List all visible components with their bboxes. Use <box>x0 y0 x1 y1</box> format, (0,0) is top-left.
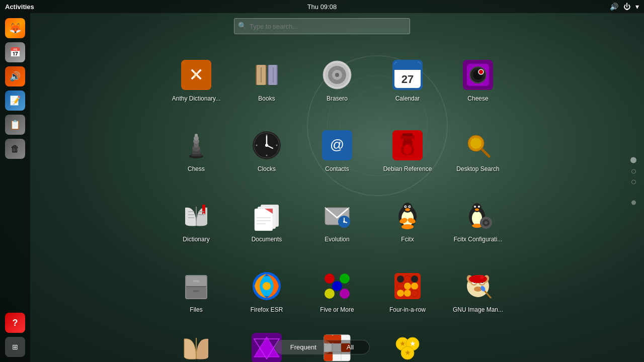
clocks-label: Clocks <box>258 165 276 172</box>
svg-point-125 <box>397 276 404 283</box>
books-label: Books <box>258 95 275 102</box>
desktop-search-icon <box>463 130 493 160</box>
app-books[interactable]: Books <box>231 45 302 116</box>
app-fcitx[interactable]: Fcitx <box>372 186 443 256</box>
app-calendar[interactable]: 27 Calendar <box>372 45 443 116</box>
sidebar-item-files[interactable]: 📋 <box>5 115 25 135</box>
svg-point-79 <box>343 221 345 223</box>
trash-icon: 🗑 <box>11 144 20 154</box>
app-brasero[interactable]: Brasero <box>302 45 372 116</box>
contacts-label: Contacts <box>325 165 349 172</box>
sidebar-item-writer[interactable]: 📝 <box>5 90 25 111</box>
contacts-icon: @ <box>322 130 352 160</box>
sidebar-item-apps[interactable]: ⊞ <box>5 337 25 357</box>
svg-point-119 <box>340 274 350 284</box>
app-gnu-image-man[interactable]: GNU Image Man... <box>443 256 513 327</box>
svg-point-16 <box>335 73 339 77</box>
app-contacts[interactable]: @ Contacts <box>302 116 372 186</box>
dot-4[interactable] <box>631 201 636 205</box>
svg-point-41 <box>265 144 268 147</box>
svg-point-118 <box>325 274 335 284</box>
svg-point-128 <box>397 283 404 290</box>
app-files[interactable]: Files <box>161 256 231 327</box>
mail-icon: 📅 <box>10 47 21 58</box>
search-icon: 🔍 <box>238 22 247 30</box>
sidebar-item-sound[interactable]: 🔊 <box>5 66 25 86</box>
app-chess[interactable]: Chess <box>161 116 231 186</box>
documents-icon <box>252 201 282 231</box>
svg-point-97 <box>478 206 480 208</box>
dictionary-label: Dictionary <box>183 236 209 243</box>
tab-frequent[interactable]: Frequent <box>275 340 332 354</box>
activities-label[interactable]: Activities <box>5 3 34 11</box>
svg-rect-111 <box>193 280 199 282</box>
sidebar-item-trash[interactable]: 🗑 <box>5 139 25 159</box>
app-debian-reference[interactable]: Debian Reference <box>372 116 443 186</box>
anthy-dictionary-icon: ✕ K <box>181 60 211 90</box>
fcitx-icon <box>392 201 423 231</box>
svg-text:★: ★ <box>410 339 416 347</box>
svg-point-88 <box>405 206 406 207</box>
app-four-in-a-row[interactable]: Four-in-a-row <box>372 256 443 327</box>
calendar-label: Calendar <box>395 95 420 102</box>
svg-point-91 <box>401 224 414 229</box>
gnu-image-man-icon <box>463 271 493 301</box>
firefox-esr-label: Firefox ESR <box>251 306 283 313</box>
svg-rect-104 <box>485 227 487 229</box>
search-input[interactable] <box>234 18 410 34</box>
svg-point-132 <box>404 290 411 297</box>
dot-3[interactable] <box>631 180 636 185</box>
five-or-more-label: Five or More <box>320 306 354 313</box>
svg-rect-112 <box>193 290 199 292</box>
svg-rect-21 <box>394 67 421 70</box>
help-icon: ? <box>13 318 18 328</box>
four-in-a-row-icon <box>392 271 423 301</box>
app-five-or-more[interactable]: Five or More <box>302 256 372 327</box>
svg-text:★: ★ <box>405 348 411 356</box>
four-in-a-row-label: Four-in-a-row <box>389 306 426 313</box>
dot-1[interactable] <box>630 157 636 163</box>
clocks-icon <box>252 130 282 160</box>
svg-point-116 <box>263 282 271 290</box>
brasero-label: Brasero <box>327 95 348 102</box>
app-firefox-esr[interactable]: Firefox ESR <box>231 256 302 327</box>
app-goldendict[interactable]: GoldenDict <box>161 327 231 362</box>
svg-rect-103 <box>485 217 487 219</box>
svg-point-126 <box>404 276 411 283</box>
settings-icon[interactable]: ▾ <box>635 3 639 11</box>
app-fcitx-configuration[interactable]: Fcitx Configurati... <box>443 186 513 256</box>
app-iagno[interactable]: ★ ★ ★ Iagno <box>372 327 443 362</box>
debian-reference-label: Debian Reference <box>383 165 432 172</box>
svg-rect-52 <box>403 133 413 136</box>
svg-text:★: ★ <box>399 339 406 347</box>
apps-grid-icon: ⊞ <box>12 343 19 351</box>
svg-point-120 <box>332 281 342 291</box>
svg-point-127 <box>411 276 418 283</box>
five-or-more-icon <box>322 271 352 301</box>
sidebar-item-help[interactable]: ? <box>5 313 25 333</box>
app-clocks[interactable]: Clocks <box>231 116 302 186</box>
files-label: Files <box>190 306 202 313</box>
svg-point-122 <box>340 289 350 299</box>
tab-all[interactable]: All <box>332 340 369 354</box>
sidebar-item-mail[interactable]: 📅 <box>5 42 25 62</box>
app-documents[interactable]: Documents <box>231 186 302 256</box>
chess-icon <box>181 130 211 160</box>
power-icon[interactable]: ⏻ <box>623 3 630 11</box>
bottom-tabs: Frequent All <box>275 340 370 354</box>
dot-2[interactable] <box>631 169 636 174</box>
sidebar-item-firefox[interactable]: 🦊 <box>5 18 25 38</box>
svg-text:27: 27 <box>401 73 414 85</box>
app-desktop-search[interactable]: Desktop Search <box>443 116 513 186</box>
svg-point-45 <box>276 145 278 146</box>
app-evolution[interactable]: Evolution <box>302 186 372 256</box>
app-cheese[interactable]: Cheese <box>443 45 513 116</box>
svg-point-89 <box>409 206 410 207</box>
svg-point-90 <box>405 208 410 211</box>
app-anthy-dictionary[interactable]: ✕ K Anthy Dictionary... <box>161 45 231 116</box>
app-dictionary[interactable]: Dictionary <box>161 186 231 256</box>
svg-point-121 <box>325 289 335 299</box>
svg-point-98 <box>475 209 479 211</box>
sound-icon[interactable]: 🔊 <box>610 3 618 11</box>
svg-rect-110 <box>186 287 206 298</box>
